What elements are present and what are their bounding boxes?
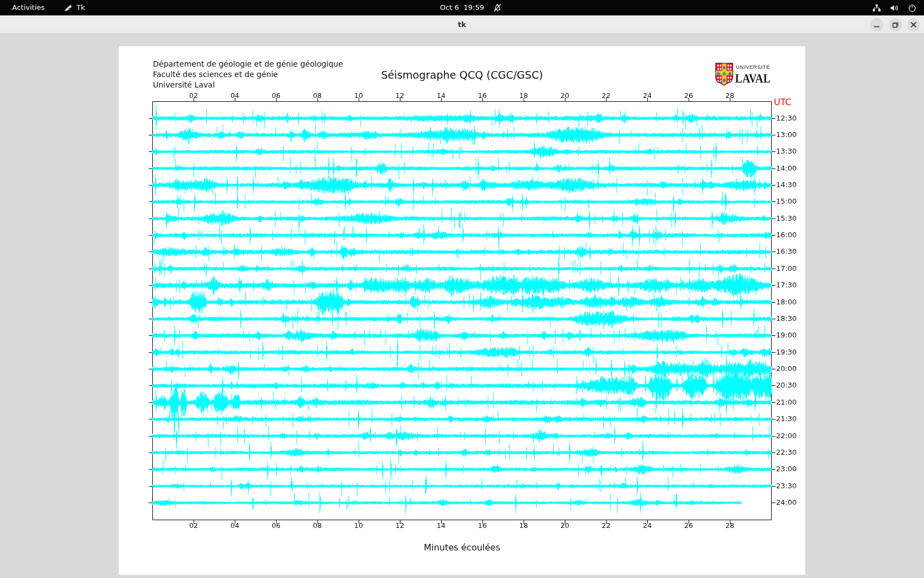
system-status-area[interactable] — [872, 0, 916, 15]
x-tick-label-bottom: 04 — [224, 521, 246, 530]
maximize-icon — [889, 18, 902, 31]
utc-time-label: 16:30 — [776, 247, 796, 256]
minimize-icon — [870, 18, 883, 31]
x-axis-title: Minutes écoulées — [119, 542, 805, 553]
tk-feather-icon — [64, 3, 73, 12]
utc-time-label: 14:30 — [776, 181, 796, 189]
window-titlebar[interactable]: tk — [0, 15, 924, 34]
x-tick-label-bottom: 08 — [306, 521, 328, 530]
x-tick-label-top: 14 — [430, 91, 452, 100]
x-tick-label-bottom: 26 — [678, 521, 700, 530]
utc-time-label: 16:00 — [776, 231, 796, 239]
gnome-top-bar: Activities Tk Oct 6 19:59 — [0, 0, 924, 15]
utc-time-label: 17:00 — [776, 264, 796, 273]
utc-time-label: 21:00 — [776, 398, 796, 407]
x-tick-label-bottom: 14 — [430, 521, 452, 530]
x-tick-label-top: 24 — [636, 91, 658, 100]
logo-text-universite: UNIVERSITÉ — [736, 64, 770, 70]
x-tick-label-top: 10 — [348, 91, 370, 100]
utc-time-label: 19:00 — [776, 331, 796, 340]
utc-time-label: 19:30 — [776, 348, 796, 357]
x-tick-label-bottom: 06 — [265, 521, 287, 530]
utc-time-label: 22:00 — [776, 432, 796, 440]
focused-app-name: Tk — [76, 0, 85, 15]
close-icon — [907, 18, 920, 31]
x-tick-label-top: 08 — [306, 91, 328, 100]
utc-time-label: 13:30 — [776, 147, 796, 156]
x-tick-label-bottom: 16 — [471, 521, 493, 530]
utc-time-label: 21:30 — [776, 415, 796, 423]
logo-text-laval: LAVAL — [735, 72, 771, 85]
universite-laval-logo: UNIVERSITÉ LAVAL — [715, 63, 772, 88]
clock-label[interactable]: Oct 6 19:59 — [0, 0, 924, 15]
x-tick-label-bottom: 28 — [719, 521, 741, 530]
x-tick-label-top: 04 — [224, 91, 246, 100]
minimize-button[interactable] — [870, 18, 883, 31]
utc-time-label: 18:00 — [776, 298, 796, 307]
x-tick-label-bottom: 22 — [595, 521, 617, 530]
x-tick-label-bottom: 20 — [554, 521, 576, 530]
utc-time-label: 15:00 — [776, 197, 796, 206]
x-tick-label-top: 16 — [471, 91, 493, 100]
utc-time-label: 24:00 — [776, 498, 796, 507]
utc-time-label: 13:00 — [776, 130, 796, 139]
institution-header-line: Département de géologie et de génie géol… — [153, 59, 343, 69]
utc-time-label: 20:30 — [776, 381, 796, 390]
x-tick-label-bottom: 24 — [636, 521, 658, 530]
utc-time-label: 23:30 — [776, 482, 796, 490]
activities-button[interactable]: Activities — [12, 0, 45, 15]
seismograph-canvas-panel[interactable]: Département de géologie et de génie géol… — [119, 46, 805, 575]
utc-time-label: 18:30 — [776, 314, 796, 323]
x-tick-label-top: 28 — [719, 91, 741, 100]
x-tick-label-top: 26 — [678, 91, 700, 100]
utc-time-label: 15:30 — [776, 214, 796, 223]
power-icon — [908, 4, 916, 12]
utc-time-label: 14:00 — [776, 164, 796, 173]
x-tick-label-top: 12 — [389, 91, 411, 100]
clock-group: Oct 6 19:59 — [0, 0, 924, 15]
wired-network-icon — [872, 4, 881, 12]
tk-window-body: Département de géologie et de génie géol… — [0, 34, 924, 578]
x-tick-label-bottom: 12 — [389, 521, 411, 530]
close-button[interactable] — [907, 18, 920, 31]
bell-slash-icon — [492, 3, 503, 13]
x-tick-label-top: 20 — [554, 91, 576, 100]
x-tick-label-bottom: 18 — [513, 521, 535, 530]
x-tick-label-bottom: 02 — [183, 521, 205, 530]
utc-time-label: 17:30 — [776, 281, 796, 290]
plot-title: Séismographe QCQ (CGC/GSC) — [119, 69, 805, 81]
utc-axis-label: UTC — [774, 97, 791, 107]
x-tick-label-bottom: 10 — [348, 521, 370, 530]
utc-time-label: 20:00 — [776, 364, 796, 373]
seismogram-plot — [119, 46, 805, 575]
utc-time-label: 22:30 — [776, 448, 796, 457]
utc-time-label: 23:00 — [776, 465, 796, 473]
x-tick-label-top: 06 — [265, 91, 287, 100]
focused-app-menu[interactable]: Tk — [64, 0, 85, 15]
maximize-button[interactable] — [889, 18, 902, 31]
utc-time-label: 12:30 — [776, 114, 796, 123]
speaker-volume-icon — [890, 4, 899, 12]
x-tick-label-top: 18 — [513, 91, 535, 100]
x-tick-label-top: 22 — [595, 91, 617, 100]
x-tick-label-top: 02 — [183, 91, 205, 100]
institution-header-line: Université Laval — [153, 80, 343, 90]
window-title: tk — [0, 15, 924, 34]
